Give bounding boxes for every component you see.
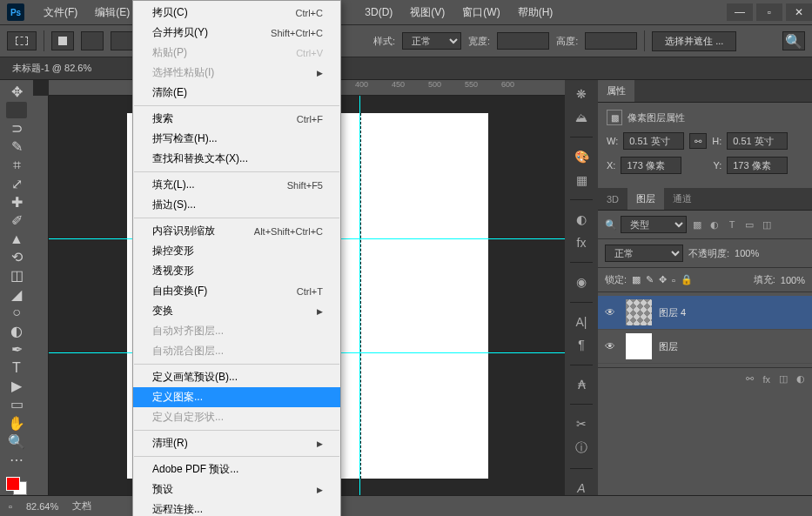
brushes-icon[interactable]: ◉ — [572, 275, 591, 290]
menu-item[interactable]: 自由变换(F)Ctrl+T — [133, 281, 340, 301]
filter-type-icon[interactable]: T — [725, 218, 739, 231]
menu-item[interactable]: 合并拷贝(Y)Shift+Ctrl+C — [133, 23, 340, 43]
menu-item[interactable]: 查找和替换文本(X)... — [133, 149, 340, 169]
y-field[interactable] — [727, 157, 788, 174]
opacity-value[interactable]: 100% — [735, 248, 759, 258]
brush-tool[interactable]: ✐ — [6, 212, 27, 229]
gradient-tool[interactable]: ◢ — [6, 286, 27, 303]
filter-shape-icon[interactable]: ▭ — [742, 218, 756, 231]
tab-layers[interactable]: 图层 — [627, 188, 664, 210]
lock-position-icon[interactable]: ✥ — [659, 274, 667, 285]
character-icon[interactable]: A| — [572, 314, 591, 329]
menu-item[interactable]: 定义画笔预设(B)... — [133, 367, 340, 387]
style-select[interactable]: 正常 — [402, 32, 461, 50]
doc-info[interactable]: 文档 — [72, 499, 91, 513]
blur-tool[interactable]: ○ — [6, 305, 27, 321]
filter-pixel-icon[interactable]: ▩ — [690, 218, 704, 231]
add-selection-icon[interactable] — [81, 31, 104, 50]
lock-artboard-icon[interactable]: ▫ — [672, 275, 675, 285]
lock-transparency-icon[interactable]: ▩ — [632, 274, 641, 285]
menu-file[interactable]: 文件(F) — [35, 2, 86, 23]
select-mask-button[interactable]: 选择并遮住 ... — [652, 31, 736, 51]
menu-window[interactable]: 窗口(W) — [453, 2, 508, 23]
x-field[interactable] — [621, 157, 681, 174]
marquee-tool[interactable] — [6, 102, 27, 118]
menu-item[interactable]: 操控变形 — [133, 241, 340, 261]
healing-tool[interactable]: ✚ — [6, 194, 27, 211]
visibility-icon[interactable]: 👁 — [605, 306, 619, 318]
menu-item[interactable]: 填充(L)...Shift+F5 — [133, 175, 340, 195]
menu-item[interactable]: Adobe PDF 预设... — [133, 459, 340, 479]
history-brush-tool[interactable]: ⟲ — [6, 249, 27, 265]
layer-name[interactable]: 图层 4 — [659, 306, 686, 319]
link-icon[interactable]: ⚯ — [689, 133, 707, 149]
color-swatch[interactable] — [6, 477, 27, 495]
width-field[interactable] — [623, 132, 684, 150]
hand-tool[interactable]: ✋ — [6, 415, 27, 432]
width-input[interactable] — [497, 32, 549, 50]
swatches-icon[interactable]: ⛰ — [572, 111, 591, 125]
guide-vertical[interactable] — [359, 96, 360, 495]
color-icon[interactable]: ❋ — [572, 87, 591, 102]
menu-item[interactable]: 预设▶ — [133, 479, 340, 499]
subtract-selection-icon[interactable] — [111, 31, 133, 50]
path-select-tool[interactable]: ▶ — [6, 378, 27, 394]
mask-icon[interactable]: ◫ — [779, 373, 788, 385]
menu-item[interactable]: 清理(R)▶ — [133, 433, 340, 453]
menu-item[interactable]: 搜索Ctrl+F — [133, 109, 340, 129]
zoom-tool[interactable]: 🔍 — [6, 433, 27, 450]
tab-properties[interactable]: 属性 — [598, 80, 634, 102]
fill-value[interactable]: 100% — [781, 275, 805, 285]
lock-all-icon[interactable]: 🔒 — [681, 274, 693, 285]
ruler-vertical[interactable] — [33, 96, 49, 495]
adjustment-layer-icon[interactable]: ◐ — [796, 373, 805, 385]
menu-edit[interactable]: 编辑(E) — [86, 2, 138, 23]
layer-thumbnail[interactable] — [626, 299, 652, 325]
menu-view[interactable]: 视图(V) — [401, 2, 453, 23]
menu-help[interactable]: 帮助(H) — [509, 2, 562, 23]
close-button[interactable]: ✕ — [786, 3, 812, 21]
menu-item[interactable]: 透视变形 — [133, 261, 340, 281]
history-icon[interactable]: ◐ — [572, 212, 591, 227]
dodge-tool[interactable]: ◐ — [6, 323, 27, 339]
quick-mask-icon[interactable]: ▫ — [9, 501, 12, 512]
menu-3d[interactable]: 3D(D) — [356, 3, 401, 22]
tool-preset-icon[interactable] — [7, 31, 37, 50]
glyphs-icon[interactable]: ₳ — [572, 377, 591, 392]
new-selection-icon[interactable] — [51, 31, 74, 50]
document-tab[interactable]: 未标题-1 @ 82.6% — [5, 58, 98, 78]
link-layers-icon[interactable]: ⚯ — [746, 373, 754, 385]
shape-tool[interactable]: ▭ — [6, 396, 27, 412]
quick-select-tool[interactable]: ✎ — [6, 138, 27, 155]
info-icon[interactable]: ⓘ — [572, 440, 591, 456]
tab-3d[interactable]: 3D — [598, 190, 627, 209]
pen-tool[interactable]: ✒ — [6, 341, 27, 358]
visibility-icon[interactable]: 👁 — [605, 340, 619, 352]
menu-item[interactable]: 定义图案... — [133, 387, 340, 407]
eraser-tool[interactable]: ◫ — [6, 267, 27, 284]
menu-item[interactable]: 拷贝(C)Ctrl+C — [133, 3, 340, 23]
styles-icon[interactable]: ▦ — [572, 173, 591, 188]
foreground-color[interactable] — [6, 477, 20, 491]
search-icon[interactable]: 🔍 — [782, 31, 805, 50]
fx-icon[interactable]: fx — [762, 374, 770, 385]
menu-item[interactable]: 描边(S)... — [133, 195, 340, 215]
layer-item[interactable]: 👁 图层 4 — [598, 296, 812, 330]
typekit-icon[interactable]: A — [572, 480, 591, 495]
zoom-level[interactable]: 82.64% — [26, 501, 58, 512]
lasso-tool[interactable]: ⊃ — [6, 120, 27, 137]
layer-name[interactable]: 图层 — [659, 340, 678, 353]
blend-mode-select[interactable]: 正常 — [605, 245, 683, 262]
menu-item[interactable]: 拼写检查(H)... — [133, 129, 340, 149]
paragraph-icon[interactable]: ¶ — [572, 338, 591, 352]
menu-item[interactable]: 远程连接... — [133, 499, 340, 516]
layer-item[interactable]: 👁 图层 — [598, 330, 812, 364]
move-tool[interactable]: ✥ — [6, 84, 27, 100]
layer-filter-select[interactable]: 类型 — [621, 216, 687, 233]
type-tool[interactable]: T — [6, 359, 27, 376]
crop-tool[interactable]: ⌗ — [6, 157, 27, 174]
menu-item[interactable]: 内容识别缩放Alt+Shift+Ctrl+C — [133, 221, 340, 241]
eyedropper-tool[interactable]: ⤢ — [6, 176, 27, 192]
filter-adj-icon[interactable]: ◐ — [708, 218, 721, 231]
tab-channels[interactable]: 通道 — [664, 188, 701, 210]
